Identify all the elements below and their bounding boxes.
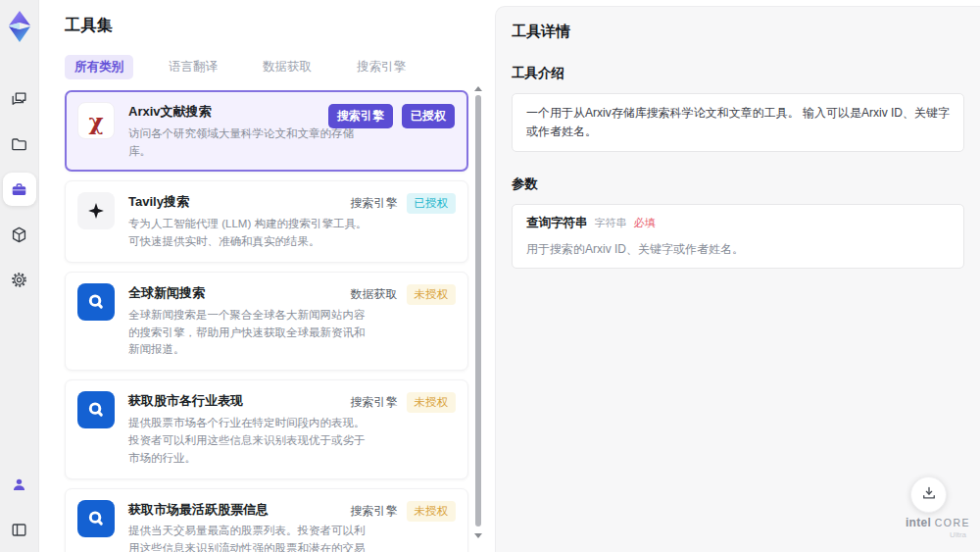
tool-status-badge: 未授权	[407, 392, 457, 413]
sidebar-rail	[0, 0, 39, 552]
tool-list: χ Arxiv文献搜索 访问各个研究领域大量科学论文和文章的存储库。 搜索引擎 …	[65, 90, 468, 552]
tool-description: 全球新闻搜索是一个聚合全球各大新闻网站内容的搜索引擎，帮助用户快速获取全球最新资…	[128, 307, 371, 359]
tool-description: 访问各个研究领域大量科学论文和文章的存储库。	[128, 125, 371, 161]
brand-intel: intel	[906, 516, 931, 529]
stock-search-icon	[85, 399, 107, 421]
sidebar-item-account[interactable]	[3, 468, 36, 501]
cube-icon	[10, 226, 28, 244]
tool-icon: χ	[77, 102, 115, 139]
download-button[interactable]	[910, 477, 947, 513]
tool-category-badge: 数据获取	[351, 286, 398, 303]
sidebar-item-collapse[interactable]	[3, 513, 36, 546]
tool-detail-panel: 工具详情 工具介绍 一个用于从Arxiv存储库搜索科学论文和文章的工具。 输入可…	[495, 6, 980, 552]
scrollbar-thumb[interactable]	[475, 95, 481, 527]
tool-list-scrollbar[interactable]	[474, 86, 482, 538]
briefcase-icon	[10, 180, 28, 199]
tab-language-translation[interactable]: 语言翻译	[159, 55, 227, 79]
tab-data-fetching[interactable]: 数据获取	[253, 55, 321, 79]
tool-status-badge: 未授权	[407, 284, 457, 305]
tool-status-badge: 未授权	[407, 501, 457, 522]
sidebar-item-settings[interactable]	[3, 263, 36, 296]
brand-ultra: Ultra	[904, 530, 972, 539]
user-icon	[10, 476, 28, 494]
tab-search-engine[interactable]: 搜索引擎	[347, 55, 416, 79]
panel-toggle-icon	[10, 521, 28, 539]
intel-core-logo: intel CORE Ultra	[904, 516, 972, 539]
category-tabs: 所有类别 语言翻译 数据获取 搜索引擎	[65, 55, 495, 79]
scroll-up-icon[interactable]	[474, 86, 482, 91]
detail-title: 工具详情	[512, 23, 964, 41]
tool-category-badge: 搜索引擎	[351, 394, 398, 411]
scroll-down-icon[interactable]	[474, 533, 482, 538]
param-description: 用于搜索的Arxiv ID、关键字或作者姓名。	[526, 240, 950, 258]
tool-icon	[77, 283, 115, 321]
download-icon	[920, 484, 938, 506]
tool-status-badge: 已授权	[407, 193, 457, 214]
tool-description: 提供当天交易量最高的股票列表。投资者可以利用这些信息来识别流动性强的股票和潜在的…	[128, 523, 371, 552]
tab-all-categories[interactable]: 所有类别	[65, 55, 133, 79]
param-box: 查询字符串 字符串 必填 用于搜索的Arxiv ID、关键字或作者姓名。	[512, 204, 964, 269]
app-logo-icon[interactable]	[5, 10, 34, 43]
tool-description: 提供股票市场各个行业在特定时间段内的表现。投资者可以利用这些信息来识别表现优于或…	[128, 415, 371, 467]
param-name: 查询字符串	[526, 215, 588, 231]
sparkle-icon	[86, 201, 106, 221]
tool-description: 专为人工智能代理 (LLM) 构建的搜索引擎工具。可快速提供实时、准确和真实的结…	[128, 216, 371, 251]
sidebar-item-chat[interactable]	[3, 82, 36, 116]
tool-icon	[77, 192, 115, 229]
param-required-badge: 必填	[634, 216, 656, 230]
intro-box: 一个用于从Arxiv存储库搜索科学论文和文章的工具。 输入可以是Arxiv ID…	[512, 93, 964, 152]
chat-icon	[10, 90, 28, 109]
tool-icon	[77, 391, 115, 428]
tool-category-badge: 搜索引擎	[351, 503, 398, 520]
folder-icon	[10, 135, 28, 154]
intro-heading: 工具介绍	[512, 65, 964, 82]
tool-card[interactable]: χ Arxiv文献搜索 访问各个研究领域大量科学论文和文章的存储库。 搜索引擎 …	[65, 90, 468, 172]
tool-card[interactable]: 全球新闻搜索 全球新闻搜索是一个聚合全球各大新闻网站内容的搜索引擎，帮助用户快速…	[65, 272, 468, 371]
page-title: 工具集	[65, 16, 495, 36]
tool-card[interactable]: 获取股市各行业表现 提供股票市场各个行业在特定时间段内的表现。投资者可以利用这些…	[65, 379, 468, 478]
tool-card[interactable]: Tavily搜索 专为人工智能代理 (LLM) 构建的搜索引擎工具。可快速提供实…	[65, 180, 468, 262]
news-search-icon	[85, 291, 107, 313]
gear-icon	[10, 271, 28, 289]
params-heading: 参数	[512, 176, 964, 193]
param-type: 字符串	[595, 216, 627, 230]
arxiv-logo-icon: χ	[88, 110, 103, 132]
intro-text: 一个用于从Arxiv存储库搜索科学论文和文章的工具。 输入可以是Arxiv ID…	[526, 104, 950, 141]
tool-category-badge: 搜索引擎	[351, 195, 398, 212]
sidebar-item-packages[interactable]	[3, 218, 36, 251]
tool-category-badge: 搜索引擎	[328, 104, 393, 128]
brand-core: CORE	[935, 517, 970, 528]
stock-search-icon	[85, 508, 107, 529]
sidebar-item-tools[interactable]	[3, 173, 36, 206]
sidebar-item-files[interactable]	[3, 127, 36, 161]
tool-card[interactable]: 获取市场最活跃股票信息 提供当天交易量最高的股票列表。投资者可以利用这些信息来识…	[65, 488, 468, 552]
tool-collection-panel: 工具集 所有类别 语言翻译 数据获取 搜索引擎 χ Arxiv文献搜索 访问各个…	[39, 0, 495, 552]
tool-status-badge: 已授权	[402, 104, 455, 128]
tool-icon	[77, 500, 115, 537]
